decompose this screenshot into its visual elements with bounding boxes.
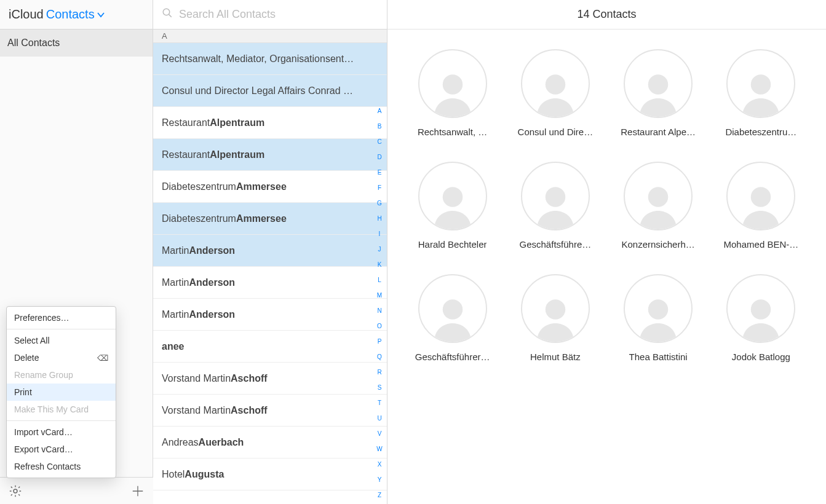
contact-card[interactable]: Consul und Dire…: [515, 49, 595, 137]
contact-row[interactable]: Martin Anderson: [153, 267, 387, 299]
svg-point-8: [648, 187, 669, 207]
avatar: [418, 274, 487, 343]
svg-point-7: [546, 187, 566, 207]
menu-item[interactable]: Import vCard…: [7, 423, 116, 441]
contact-row[interactable]: Andreas Auerbach: [153, 427, 387, 459]
contact-row[interactable]: Martin Anderson: [153, 299, 387, 331]
menu-item[interactable]: Export vCard…: [7, 441, 116, 458]
app-label: Contacts: [46, 7, 95, 22]
az-letter[interactable]: T: [378, 395, 381, 411]
svg-point-2: [442, 74, 463, 95]
contact-card[interactable]: Mohamed BEN-…: [721, 162, 801, 250]
az-letter[interactable]: U: [377, 411, 381, 426]
avatar: [624, 274, 693, 343]
sidebar-list: All Contacts: [0, 30, 153, 57]
contact-row[interactable]: Vorstand Martin Aschoff: [153, 395, 387, 427]
detail-panel: 14 Contacts Rechtsanwalt, …Consul und Di…: [387, 0, 826, 504]
contact-card[interactable]: Geschäftsführe…: [515, 162, 595, 250]
contact-card[interactable]: Harald Bechteler: [412, 162, 493, 250]
contact-card[interactable]: Konzernsicherh…: [618, 162, 699, 250]
contact-row[interactable]: Diabeteszentrum Ammersee: [153, 171, 387, 203]
contact-row[interactable]: Restaurant Alpentraum: [153, 139, 387, 171]
svg-point-4: [648, 74, 669, 95]
svg-point-11: [546, 299, 566, 320]
contact-row[interactable]: anee: [153, 331, 387, 363]
az-letter[interactable]: R: [377, 364, 381, 380]
app-switcher[interactable]: iCloud Contacts: [0, 0, 153, 30]
avatar: [624, 49, 693, 118]
menu-item[interactable]: Delete⌫: [7, 349, 116, 366]
az-letter[interactable]: I: [379, 226, 381, 242]
contact-card[interactable]: Helmut Bätz: [515, 274, 595, 362]
menu-item: Make This My Card: [7, 401, 116, 418]
contact-card-label: Restaurant Alpe…: [621, 127, 696, 137]
az-letter[interactable]: Z: [378, 487, 381, 503]
az-letter[interactable]: K: [378, 257, 382, 272]
contact-row[interactable]: Vorstand Martin Aschoff: [153, 363, 387, 395]
contact-card[interactable]: Jodok Batlogg: [721, 274, 801, 362]
contact-card-label: Mohamed BEN-…: [724, 239, 799, 250]
az-index[interactable]: ABCDEFGHIJKLMNOPQRSTUVWXYZ#: [375, 103, 384, 504]
az-letter[interactable]: D: [377, 149, 381, 165]
contact-card[interactable]: Restaurant Alpe…: [618, 49, 699, 137]
menu-item[interactable]: Print: [7, 384, 116, 401]
az-letter[interactable]: B: [378, 119, 382, 134]
az-letter[interactable]: M: [377, 288, 382, 303]
contact-card-label: Diabeteszentru…: [725, 127, 796, 137]
contact-cards-grid: Rechtsanwalt, …Consul und Dire…Restauran…: [387, 30, 826, 382]
section-header: A: [153, 30, 387, 43]
contact-card-label: Rechtsanwalt, …: [418, 127, 487, 137]
az-letter[interactable]: H: [377, 211, 381, 226]
sidebar-footer: [0, 477, 153, 504]
menu-item[interactable]: Refresh Contacts: [7, 458, 116, 475]
contact-card[interactable]: Thea Battistini: [618, 274, 699, 362]
avatar: [521, 274, 590, 343]
az-letter[interactable]: G: [377, 195, 382, 211]
avatar: [726, 274, 795, 343]
search-input[interactable]: [179, 8, 378, 21]
menu-item-label: Make This My Card: [14, 404, 89, 414]
menu-item-label: Delete: [14, 353, 39, 363]
contact-card-label: Helmut Bätz: [530, 352, 581, 362]
az-letter[interactable]: A: [378, 103, 382, 119]
contact-row[interactable]: Consul und Director Legal Affairs Conrad…: [153, 75, 387, 107]
az-letter[interactable]: W: [376, 441, 382, 457]
az-letter[interactable]: E: [378, 165, 382, 180]
az-letter[interactable]: V: [378, 426, 382, 441]
az-letter[interactable]: C: [377, 134, 381, 149]
menu-item-label: Preferences…: [14, 313, 69, 323]
az-letter[interactable]: P: [378, 334, 382, 349]
contact-card[interactable]: Rechtsanwalt, …: [412, 49, 493, 137]
contact-row[interactable]: Rechtsanwalt, Mediator, Organisationsent…: [153, 43, 387, 75]
contact-row[interactable]: Hotel Augusta: [153, 459, 387, 490]
az-letter[interactable]: S: [378, 380, 382, 395]
gear-icon[interactable]: [9, 484, 22, 498]
avatar: [521, 49, 590, 118]
az-letter[interactable]: J: [378, 242, 381, 257]
az-letter[interactable]: F: [378, 180, 381, 195]
svg-point-12: [648, 299, 669, 320]
az-letter[interactable]: Y: [378, 472, 382, 487]
contact-card-label: Consul und Dire…: [518, 127, 594, 137]
menu-item[interactable]: Preferences…: [7, 309, 116, 326]
menu-item: Rename Group: [7, 366, 116, 384]
chevron-down-icon: [97, 10, 105, 20]
contact-card-label: Harald Bechteler: [418, 239, 487, 250]
az-letter[interactable]: L: [378, 272, 381, 288]
contact-list-panel: A Rechtsanwalt, Mediator, Organisationse…: [153, 0, 387, 504]
plus-icon[interactable]: [131, 484, 145, 498]
contact-row[interactable]: Diabeteszentrum Ammersee: [153, 203, 387, 235]
search-bar: [153, 0, 387, 30]
az-letter[interactable]: O: [377, 318, 382, 334]
contact-card[interactable]: Geschäftsführer…: [412, 274, 493, 362]
sidebar-item[interactable]: All Contacts: [0, 30, 153, 57]
avatar: [624, 162, 693, 230]
contact-card[interactable]: Diabeteszentru…: [721, 49, 801, 137]
az-letter[interactable]: Q: [377, 349, 382, 364]
contact-row[interactable]: Restaurant Alpentraum: [153, 107, 387, 139]
contact-row[interactable]: Martin Anderson: [153, 235, 387, 267]
az-letter[interactable]: N: [377, 303, 381, 318]
contact-card-label: Konzernsicherh…: [622, 239, 695, 250]
menu-item[interactable]: Select All: [7, 332, 116, 349]
az-letter[interactable]: X: [378, 457, 382, 472]
